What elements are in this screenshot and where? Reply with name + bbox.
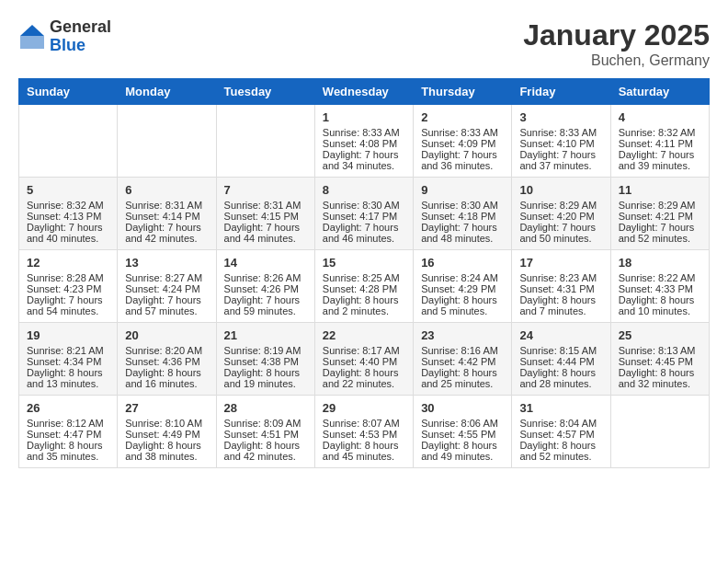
sunrise-text: Sunrise: 8:19 AM (224, 345, 307, 356)
sunrise-text: Sunrise: 8:09 AM (224, 418, 307, 429)
sunrise-text: Sunrise: 8:13 AM (619, 345, 701, 356)
sunset-text: Sunset: 4:15 PM (224, 211, 307, 222)
sunrise-text: Sunrise: 8:07 AM (323, 418, 405, 429)
calendar-cell (610, 396, 709, 468)
calendar-cell: 29Sunrise: 8:07 AMSunset: 4:53 PMDayligh… (314, 396, 413, 468)
sunrise-text: Sunrise: 8:23 AM (519, 272, 602, 283)
calendar-table: Sunday Monday Tuesday Wednesday Thursday… (18, 78, 710, 468)
calendar-cell: 25Sunrise: 8:13 AMSunset: 4:45 PMDayligh… (610, 323, 709, 396)
day-number: 14 (224, 256, 307, 270)
header-saturday: Saturday (610, 79, 709, 105)
daylight-text: Daylight: 7 hours and 48 minutes. (421, 222, 504, 244)
daylight-text: Daylight: 7 hours and 39 minutes. (619, 149, 701, 171)
daylight-text: Daylight: 7 hours and 59 minutes. (224, 294, 307, 316)
day-number: 16 (421, 256, 504, 270)
daylight-text: Daylight: 8 hours and 2 minutes. (323, 294, 405, 316)
calendar-cell: 11Sunrise: 8:29 AMSunset: 4:21 PMDayligh… (610, 178, 709, 250)
day-number: 10 (519, 183, 602, 197)
sunrise-text: Sunrise: 8:33 AM (323, 127, 405, 138)
daylight-text: Daylight: 7 hours and 40 minutes. (27, 222, 109, 244)
sunset-text: Sunset: 4:20 PM (519, 211, 602, 222)
svg-marker-0 (20, 25, 44, 36)
calendar-cell: 20Sunrise: 8:20 AMSunset: 4:36 PMDayligh… (118, 323, 216, 396)
calendar-cell: 26Sunrise: 8:12 AMSunset: 4:47 PMDayligh… (19, 396, 118, 468)
daylight-text: Daylight: 8 hours and 45 minutes. (323, 440, 405, 462)
sunrise-text: Sunrise: 8:16 AM (421, 345, 504, 356)
sunset-text: Sunset: 4:55 PM (421, 429, 504, 440)
day-number: 30 (421, 401, 504, 415)
calendar-cell: 21Sunrise: 8:19 AMSunset: 4:38 PMDayligh… (216, 323, 314, 396)
sunrise-text: Sunrise: 8:24 AM (421, 272, 504, 283)
header-thursday: Thursday (414, 79, 512, 105)
sunrise-text: Sunrise: 8:21 AM (27, 345, 109, 356)
day-number: 2 (421, 110, 504, 124)
daylight-text: Daylight: 8 hours and 25 minutes. (421, 367, 504, 389)
day-number: 28 (224, 401, 307, 415)
sunset-text: Sunset: 4:23 PM (27, 283, 109, 294)
daylight-text: Daylight: 7 hours and 44 minutes. (224, 222, 307, 244)
sunrise-text: Sunrise: 8:20 AM (125, 345, 208, 356)
calendar-cell: 3Sunrise: 8:33 AMSunset: 4:10 PMDaylight… (512, 105, 610, 178)
daylight-text: Daylight: 8 hours and 5 minutes. (421, 294, 504, 316)
calendar-cell: 28Sunrise: 8:09 AMSunset: 4:51 PMDayligh… (216, 396, 314, 468)
daylight-text: Daylight: 8 hours and 28 minutes. (519, 367, 602, 389)
sunrise-text: Sunrise: 8:04 AM (519, 418, 602, 429)
daylight-text: Daylight: 7 hours and 34 minutes. (323, 149, 405, 171)
page-header: General Blue January 2025 Buchen, German… (18, 18, 710, 69)
day-number: 7 (224, 183, 307, 197)
sunrise-text: Sunrise: 8:32 AM (619, 127, 701, 138)
sunrise-text: Sunrise: 8:30 AM (421, 200, 504, 211)
day-number: 13 (125, 256, 208, 270)
calendar-cell: 10Sunrise: 8:29 AMSunset: 4:20 PMDayligh… (512, 178, 610, 250)
sunrise-text: Sunrise: 8:28 AM (27, 272, 109, 283)
day-number: 1 (323, 110, 405, 124)
calendar-cell: 4Sunrise: 8:32 AMSunset: 4:11 PMDaylight… (610, 105, 709, 178)
month-title: January 2025 (523, 18, 710, 52)
calendar-cell: 16Sunrise: 8:24 AMSunset: 4:29 PMDayligh… (414, 250, 512, 323)
logo-icon (18, 23, 46, 51)
header-friday: Friday (512, 79, 610, 105)
sunset-text: Sunset: 4:45 PM (619, 356, 701, 367)
sunset-text: Sunset: 4:21 PM (619, 211, 701, 222)
day-number: 26 (27, 401, 109, 415)
day-number: 25 (619, 328, 701, 342)
day-number: 15 (323, 256, 405, 270)
sunrise-text: Sunrise: 8:32 AM (27, 200, 109, 211)
logo-general: General (50, 18, 111, 37)
calendar-cell (216, 105, 314, 178)
calendar-cell: 8Sunrise: 8:30 AMSunset: 4:17 PMDaylight… (314, 178, 413, 250)
sunrise-text: Sunrise: 8:29 AM (519, 200, 602, 211)
day-number: 6 (125, 183, 208, 197)
location-subtitle: Buchen, Germany (523, 52, 710, 69)
sunset-text: Sunset: 4:11 PM (619, 138, 701, 149)
sunset-text: Sunset: 4:28 PM (323, 283, 405, 294)
calendar-cell: 23Sunrise: 8:16 AMSunset: 4:42 PMDayligh… (414, 323, 512, 396)
sunset-text: Sunset: 4:08 PM (323, 138, 405, 149)
sunset-text: Sunset: 4:18 PM (421, 211, 504, 222)
sunset-text: Sunset: 4:57 PM (519, 429, 602, 440)
day-number: 20 (125, 328, 208, 342)
calendar-cell: 12Sunrise: 8:28 AMSunset: 4:23 PMDayligh… (19, 250, 118, 323)
calendar-cell: 19Sunrise: 8:21 AMSunset: 4:34 PMDayligh… (19, 323, 118, 396)
day-number: 22 (323, 328, 405, 342)
day-number: 29 (323, 401, 405, 415)
sunrise-text: Sunrise: 8:22 AM (619, 272, 701, 283)
logo-text: General Blue (50, 18, 111, 55)
sunrise-text: Sunrise: 8:15 AM (519, 345, 602, 356)
day-number: 21 (224, 328, 307, 342)
day-number: 19 (27, 328, 109, 342)
daylight-text: Daylight: 8 hours and 10 minutes. (619, 294, 701, 316)
daylight-text: Daylight: 8 hours and 19 minutes. (224, 367, 307, 389)
day-number: 9 (421, 183, 504, 197)
day-number: 31 (519, 401, 602, 415)
daylight-text: Daylight: 8 hours and 22 minutes. (323, 367, 405, 389)
sunset-text: Sunset: 4:24 PM (125, 283, 208, 294)
calendar-cell: 7Sunrise: 8:31 AMSunset: 4:15 PMDaylight… (216, 178, 314, 250)
header-sunday: Sunday (19, 79, 118, 105)
day-number: 8 (323, 183, 405, 197)
sunset-text: Sunset: 4:09 PM (421, 138, 504, 149)
daylight-text: Daylight: 8 hours and 7 minutes. (519, 294, 602, 316)
sunset-text: Sunset: 4:29 PM (421, 283, 504, 294)
daylight-text: Daylight: 8 hours and 13 minutes. (27, 367, 109, 389)
calendar-cell: 27Sunrise: 8:10 AMSunset: 4:49 PMDayligh… (118, 396, 216, 468)
